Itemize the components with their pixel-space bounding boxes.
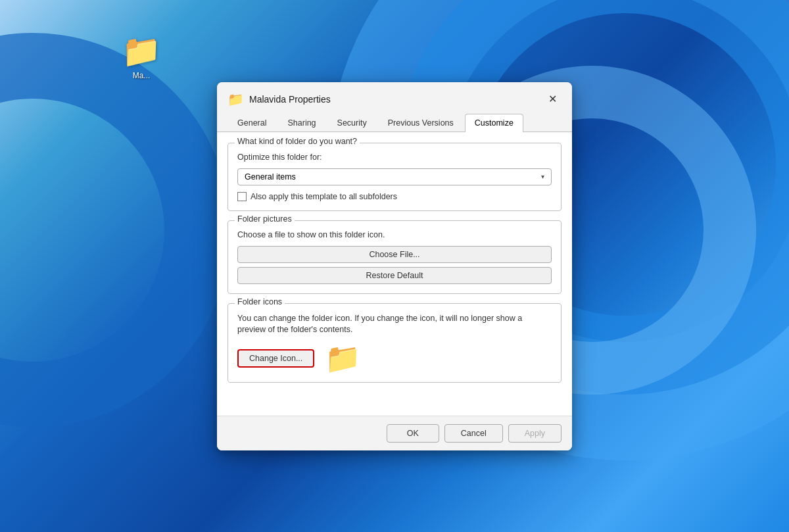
folder-type-section: What kind of folder do you want? Optimiz… bbox=[227, 143, 562, 211]
subfolder-checkbox-row[interactable]: Also apply this template to all subfolde… bbox=[237, 192, 552, 201]
apply-button[interactable]: Apply bbox=[508, 424, 562, 443]
pictures-desc: Choose a file to show on this folder ico… bbox=[237, 230, 552, 239]
folder-type-label: What kind of folder do you want? bbox=[235, 137, 360, 146]
dialog-overlay: 📁 Malavida Properties ✕ General Sharing … bbox=[0, 0, 789, 532]
tab-customize[interactable]: Customize bbox=[465, 114, 523, 132]
close-button[interactable]: ✕ bbox=[543, 90, 562, 109]
subfolder-checkbox-label: Also apply this template to all subfolde… bbox=[251, 192, 397, 201]
folder-pictures-label: Folder pictures bbox=[235, 214, 295, 224]
dialog-content: What kind of folder do you want? Optimiz… bbox=[217, 132, 572, 416]
change-icon-button[interactable]: Change Icon... bbox=[237, 349, 314, 368]
title-folder-icon: 📁 bbox=[227, 91, 244, 107]
folder-icons-label: Folder icons bbox=[235, 297, 285, 306]
dropdown-value: General items bbox=[245, 172, 296, 181]
dialog-footer: OK Cancel Apply bbox=[217, 416, 572, 450]
folder-icons-content: You can change the folder icon. If you c… bbox=[237, 313, 552, 373]
title-bar: 📁 Malavida Properties ✕ bbox=[217, 82, 572, 109]
folder-icons-section: Folder icons You can change the folder i… bbox=[227, 303, 562, 383]
tab-security[interactable]: Security bbox=[327, 114, 377, 132]
tab-sharing[interactable]: Sharing bbox=[277, 114, 325, 132]
ok-button[interactable]: OK bbox=[387, 424, 439, 443]
folder-pictures-section: Folder pictures Choose a file to show on… bbox=[227, 220, 562, 294]
choose-file-button[interactable]: Choose File... bbox=[237, 246, 552, 263]
subfolder-checkbox[interactable] bbox=[237, 192, 247, 201]
optimize-desc: Optimize this folder for: bbox=[237, 153, 552, 162]
dropdown-arrow-icon: ▾ bbox=[541, 173, 544, 180]
properties-dialog: 📁 Malavida Properties ✕ General Sharing … bbox=[217, 82, 572, 450]
folder-pictures-content: Choose a file to show on this folder ico… bbox=[237, 230, 552, 284]
folder-icons-row: Change Icon... 📁 bbox=[237, 344, 552, 373]
folder-icon-preview: 📁 bbox=[325, 344, 361, 373]
optimize-dropdown[interactable]: General items ▾ bbox=[237, 168, 552, 185]
tab-bar: General Sharing Security Previous Versio… bbox=[217, 109, 572, 132]
tab-general[interactable]: General bbox=[227, 114, 276, 132]
folder-type-content: Optimize this folder for: General items … bbox=[237, 153, 552, 201]
cancel-button[interactable]: Cancel bbox=[444, 424, 503, 443]
folder-icons-desc: You can change the folder icon. If you c… bbox=[237, 313, 552, 336]
restore-default-button[interactable]: Restore Default bbox=[237, 267, 552, 284]
dialog-title: Malavida Properties bbox=[249, 94, 538, 105]
pictures-buttons: Choose File... Restore Default bbox=[237, 246, 552, 284]
tab-previous-versions[interactable]: Previous Versions bbox=[378, 114, 464, 132]
